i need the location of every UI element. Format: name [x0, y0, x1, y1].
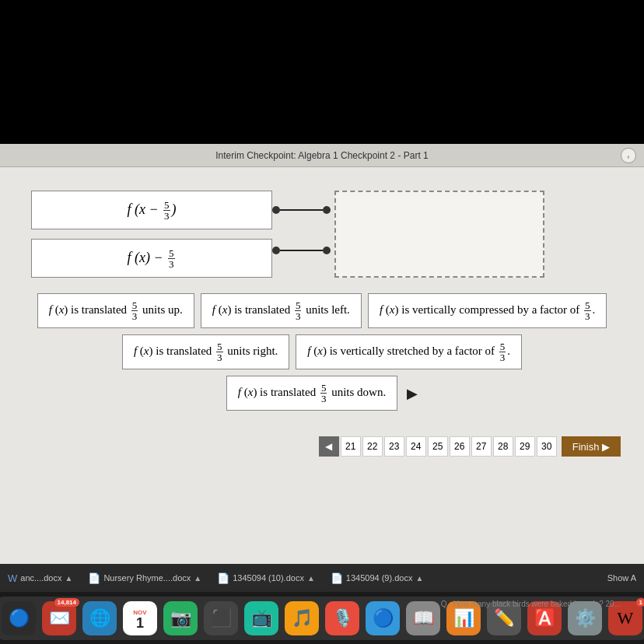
page-22[interactable]: 22 [362, 436, 383, 457]
taskbar-file-anc[interactable]: W anc....docx ▲ [8, 572, 72, 584]
option-vertically-stretched[interactable]: f (x) is vertically stretched by a facto… [296, 334, 522, 369]
connector-area [272, 191, 334, 278]
taskbar-file-1345094-9[interactable]: 📄 1345094 (9).docx ▲ [331, 572, 424, 584]
taskbar-file-nursery[interactable]: 📄 Nursery Rhyme....docx ▲ [88, 572, 201, 584]
word-icon-2: 📄 [88, 572, 100, 584]
matching-section: f (x − 53) f (x) − 53 [31, 191, 613, 278]
dock-question-text: Q.: How many black birds were baked in a… [441, 600, 621, 608]
content-area: f (x − 53) f (x) − 53 [0, 167, 644, 429]
connector-bottom [272, 247, 331, 254]
dock-icon-book[interactable]: 📖 [406, 601, 440, 635]
option-translated-up[interactable]: f (x) is translated 53 units up. [37, 293, 194, 328]
dock-icon-notes[interactable]: 🔵 [366, 601, 400, 635]
formula-box-2[interactable]: f (x) − 53 [31, 239, 272, 278]
dock-icon-appletv[interactable]: 📺 [244, 601, 278, 635]
formula-1-text: f (x − 53) [127, 200, 176, 221]
file-name-2: Nursery Rhyme....docx [103, 573, 191, 583]
cursor-indicator: ▶ [407, 376, 418, 411]
word-badge: 1 [636, 598, 644, 607]
word-icon-1: W [8, 572, 17, 584]
page-27[interactable]: 27 [471, 436, 492, 457]
page-30[interactable]: 30 [537, 436, 557, 457]
dock-icon-safari[interactable]: 🌐 [82, 601, 117, 635]
dock-icon-calendar[interactable]: NOV 1 [123, 601, 157, 635]
dot-bottom-left [272, 247, 280, 254]
dock-icon-facetime[interactable]: 📷 [163, 601, 198, 635]
file-name-3: 1345094 (10).docx [233, 573, 304, 583]
formula-2-text: f (x) − 53 [127, 248, 176, 269]
taskbar-file-1345094-10[interactable]: 📄 1345094 (10).docx ▲ [217, 572, 315, 584]
options-section: f (x) is translated 53 units up. f (x) i… [31, 293, 613, 411]
page-21[interactable]: 21 [341, 436, 361, 457]
page-25[interactable]: 25 [428, 436, 448, 457]
dock-icon-podcasts[interactable]: 🎙️ [325, 601, 359, 635]
screen-area: Interim Checkpoint: Algebra 1 Checkpoint… [0, 144, 644, 564]
option-vertically-compressed[interactable]: f (x) is vertically compressed by a fact… [368, 293, 607, 328]
right-drop-zone[interactable] [334, 191, 544, 278]
word-icon-4: 📄 [331, 572, 343, 584]
left-formula-boxes: f (x − 53) f (x) − 53 [31, 191, 272, 278]
dock-icon-launchpad[interactable]: ⬛ [204, 601, 238, 635]
options-row-2: f (x) is translated 53 units right. f (x… [31, 334, 613, 369]
back-button[interactable]: ‹ [621, 148, 636, 163]
option-translated-left[interactable]: f (x) is translated 53 units left. [201, 293, 362, 328]
top-black-area [0, 0, 644, 144]
line-bottom [280, 250, 323, 252]
prev-page-button[interactable]: ◀ [319, 436, 339, 457]
dock: 🔵 ✉️ 14,814 🌐 NOV 1 📷 ⬛ 📺 🎵 🎙️ 🔵 📖 📊 ✏️ … [0, 592, 644, 644]
taskbar-files-row: W anc....docx ▲ 📄 Nursery Rhyme....docx … [0, 564, 644, 592]
show-all-label: Show A [607, 573, 636, 583]
finish-button[interactable]: Finish ▶ [562, 436, 621, 457]
page-23[interactable]: 23 [384, 436, 404, 457]
option-translated-down[interactable]: f (x) is translated 53 units down. [226, 376, 397, 411]
page-29[interactable]: 29 [515, 436, 535, 457]
pagination-bar: ◀ 21 22 23 24 25 26 27 28 29 30 Finish ▶ [0, 429, 644, 464]
connector-top [272, 206, 331, 214]
word-icon-3: 📄 [217, 572, 229, 584]
page-28[interactable]: 28 [493, 436, 513, 457]
file-name-1: anc....docx [20, 573, 61, 583]
option-translated-right[interactable]: f (x) is translated 53 units right. [122, 334, 289, 369]
file-name-4: 1345094 (9).docx [346, 573, 413, 583]
dot-bottom-right [323, 247, 331, 254]
formula-box-1[interactable]: f (x − 53) [31, 191, 272, 229]
dot-top-left [272, 206, 280, 214]
mail-badge: 14,814 [54, 598, 79, 607]
dock-icon-mail[interactable]: ✉️ 14,814 [42, 601, 76, 635]
page-24[interactable]: 24 [406, 436, 426, 457]
dot-top-right [323, 206, 331, 214]
header-bar: Interim Checkpoint: Algebra 1 Checkpoint… [0, 144, 644, 167]
dock-icon-finder[interactable]: 🔵 [2, 601, 36, 635]
page-26[interactable]: 26 [450, 436, 470, 457]
line-top [280, 209, 323, 212]
options-row-1: f (x) is translated 53 units up. f (x) i… [31, 293, 613, 328]
dock-icon-music[interactable]: 🎵 [285, 601, 319, 635]
mac-bottom-area: W anc....docx ▲ 📄 Nursery Rhyme....docx … [0, 564, 644, 644]
header-title: Interim Checkpoint: Algebra 1 Checkpoint… [215, 150, 428, 161]
options-row-3: f (x) is translated 53 units down. ▶ [31, 376, 613, 411]
